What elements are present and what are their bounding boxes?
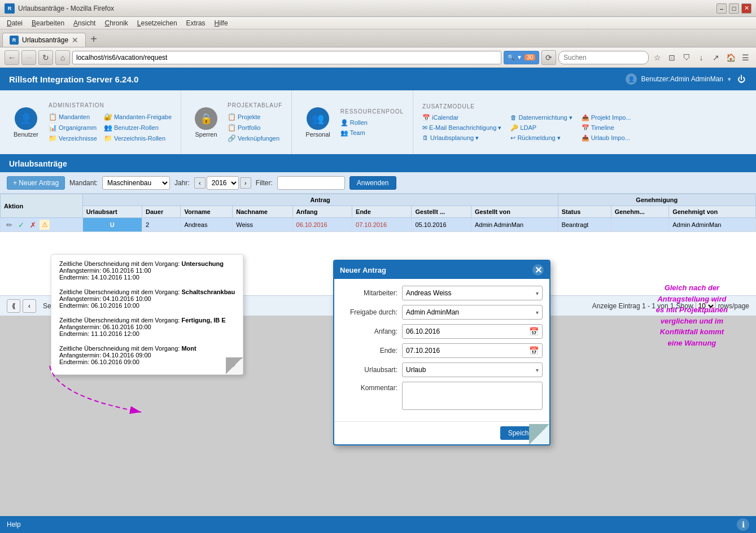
col-group-genehmigung: Genehmigung <box>558 194 755 206</box>
close-button[interactable]: ✕ <box>741 3 751 14</box>
help-icon[interactable]: ℹ <box>737 518 749 531</box>
home2-icon[interactable]: 🏠 <box>724 51 737 64</box>
menu-bearbeiten[interactable]: Bearbeiten <box>27 18 69 28</box>
nav-mandanten-freigabe[interactable]: 🔐 Mandanten-Freigabe <box>104 113 172 121</box>
freigabe-dropdown[interactable]: Admin AdminMan ▾ <box>402 305 543 320</box>
reload-button[interactable]: ⟳ <box>541 50 556 65</box>
nav-organigramm[interactable]: 📊 Organigramm <box>49 124 97 132</box>
conflict4-prefix: Zeitliche Überschneidung mit dem Vorgang… <box>59 345 181 352</box>
bookmark-icon[interactable]: ☆ <box>651 51 663 64</box>
new-tab-button[interactable]: + <box>86 31 102 47</box>
app-header: Rillsoft Integration Server 6.24.0 👤 Ben… <box>0 68 756 90</box>
nav-rollen[interactable]: 👤 Rollen <box>340 119 404 126</box>
col-nachname: Nachname <box>233 206 292 218</box>
menu-hilfe[interactable]: Hilfe <box>210 18 233 28</box>
rows-per-page-select[interactable]: 10 25 50 <box>696 300 716 312</box>
nav-zusatzmodule-section: ZUSATZMODULE 📅 iCalendar ✉ E-Mail Benach… <box>413 90 756 154</box>
nav-projekte[interactable]: 📋 Projekte <box>228 113 282 121</box>
download-icon[interactable]: ⊡ <box>666 51 678 64</box>
nav-team[interactable]: 👥 Team <box>340 129 404 137</box>
col-vorname: Vorname <box>181 206 233 218</box>
search-input[interactable] <box>558 51 649 64</box>
nav-datenvernichtung[interactable]: 🗑 Datenvernichtung ▾ <box>510 114 572 121</box>
nav-timeline[interactable]: 📅 Timeline <box>582 124 631 132</box>
form-row-kommentar: Kommentar: <box>341 382 543 410</box>
freigabe-label: Freigabe durch: <box>341 308 397 316</box>
menu-datei[interactable]: Datei <box>2 18 27 28</box>
conflict2-bold: Schaltschrankbau <box>181 289 235 295</box>
nav-email[interactable]: ✉ E-Mail Benachrichtigung ▾ <box>422 124 501 132</box>
conflict1-line1: Anfangstermin: 06.10.2016 11:00 <box>59 267 151 274</box>
col-group-antrag: Antrag <box>82 194 558 206</box>
nav-verzeichnisse[interactable]: 📁 Verzeichnisse <box>49 134 97 142</box>
forward-button[interactable]: → <box>21 50 36 65</box>
first-page-button[interactable]: ⟪ <box>7 299 20 313</box>
col-gestellt-datum: Gestellt ... <box>412 206 471 218</box>
help-bar: Help ℹ <box>0 516 756 533</box>
nav-ldap[interactable]: 🔑 LDAP <box>510 124 572 132</box>
home-button[interactable]: ⌂ <box>55 50 70 65</box>
year-select[interactable]: 2016 <box>207 176 239 190</box>
nav-personal-item[interactable]: 👥 Personal <box>301 105 334 140</box>
modal-close-button[interactable]: ✕ <box>532 264 544 276</box>
nav-rueckmeldung[interactable]: ↩ Rückmeldung ▾ <box>510 134 572 142</box>
approve-icon[interactable]: ✓ <box>16 220 26 230</box>
warning-icon[interactable]: ⚠ <box>40 220 50 230</box>
logout-icon[interactable]: ⏻ <box>736 73 747 85</box>
ende-input[interactable]: 07.10.2016 📅 <box>402 343 543 358</box>
conflict4-line1: Anfangstermin: 04.10.2016 09:00 <box>59 352 151 359</box>
edit-icon[interactable]: ✏ <box>4 220 14 230</box>
tab-close-button[interactable]: ✕ <box>72 36 78 45</box>
mandant-select[interactable]: Maschinenbau <box>102 176 170 190</box>
nav-mandanten[interactable]: 📋 Mandanten <box>49 113 97 121</box>
cell-ende: 07.10.2016 <box>352 218 412 232</box>
arrow-down-icon[interactable]: ↓ <box>695 51 707 64</box>
new-antrag-modal[interactable]: Neuer Antrag ✕ Mitarbeiter: Andreas Weis… <box>333 260 550 445</box>
reject-icon[interactable]: ✗ <box>28 220 38 230</box>
back-button[interactable]: ← <box>5 50 19 65</box>
nav-icalendar[interactable]: 📅 iCalendar <box>422 114 501 121</box>
col-genehm: Genehm... <box>611 206 669 218</box>
user-dropdown-arrow[interactable]: ▾ <box>728 76 731 83</box>
nav-portfolio[interactable]: 📋 Portfolio <box>228 124 282 132</box>
url-input[interactable] <box>72 51 501 64</box>
next-year-button[interactable]: › <box>240 177 251 189</box>
ende-calendar-icon[interactable]: 📅 <box>529 346 539 355</box>
refresh-button[interactable]: ↻ <box>38 50 53 65</box>
new-antrag-button[interactable]: + Neuer Antrag <box>7 176 65 190</box>
nav-benutzer-rollen[interactable]: 👥 Benutzer-Rollen <box>104 124 172 132</box>
browser-tab-urlaubsantraege[interactable]: R Urlaubsanträge ✕ <box>2 33 86 47</box>
menu-lesezeichen[interactable]: Lesetzeichen <box>133 18 182 28</box>
row-actions: ✏ ✓ ✗ ⚠ <box>1 218 83 232</box>
menu-extras[interactable]: Extras <box>182 18 210 28</box>
nav-urlaubsplanung[interactable]: 🗓 Urlaubsplanung ▾ <box>422 134 501 142</box>
prev-year-button[interactable]: ‹ <box>194 177 206 189</box>
urlaubsart-dropdown[interactable]: Urlaub ▾ <box>402 362 543 377</box>
col-urlaubsart: Urlaubsart <box>82 206 142 218</box>
filter-input[interactable] <box>277 176 345 190</box>
rows-per-page-label: rows/page <box>718 302 749 310</box>
shield-icon[interactable]: ⛉ <box>680 51 693 64</box>
ende-value: 07.10.2016 <box>406 347 440 355</box>
prev-page-button[interactable]: ‹ <box>23 299 36 313</box>
kommentar-textarea[interactable] <box>402 382 543 410</box>
nav-urlaub-impo[interactable]: 📤 Urlaub Impo... <box>582 134 631 142</box>
minimize-button[interactable]: – <box>716 3 727 14</box>
menu-icon[interactable]: ☰ <box>739 51 751 64</box>
sperren-icon: 🔒 <box>195 107 217 130</box>
menu-chronik[interactable]: Chronik <box>100 18 132 28</box>
nav-projekt-impo[interactable]: 📤 Projekt Impo... <box>582 114 631 121</box>
nav-sperren-item[interactable]: 🔒 Sperren <box>190 105 222 140</box>
mitarbeiter-dropdown[interactable]: Andreas Weiss ▾ <box>402 286 543 300</box>
maximize-button[interactable]: □ <box>729 3 739 14</box>
menu-ansicht[interactable]: Ansicht <box>69 18 100 28</box>
nav-verknuepfungen[interactable]: 🔗 Verknüpfungen <box>228 134 282 142</box>
share-icon[interactable]: ↗ <box>710 51 722 64</box>
nav-benutzer-item[interactable]: 👤 Benutzer <box>9 105 43 140</box>
browser-titlebar: R Urlaubsanträge - Mozilla Firefox – □ ✕ <box>0 0 756 17</box>
anfang-input[interactable]: 06.10.2016 📅 <box>402 324 543 339</box>
anfang-calendar-icon[interactable]: 📅 <box>529 327 539 336</box>
conflict1-bold: Untersuchung <box>181 260 224 267</box>
nav-verzeichnis-rollen[interactable]: 📁 Verzeichnis-Rollen <box>104 134 172 142</box>
apply-button[interactable]: Anwenden <box>349 176 396 190</box>
